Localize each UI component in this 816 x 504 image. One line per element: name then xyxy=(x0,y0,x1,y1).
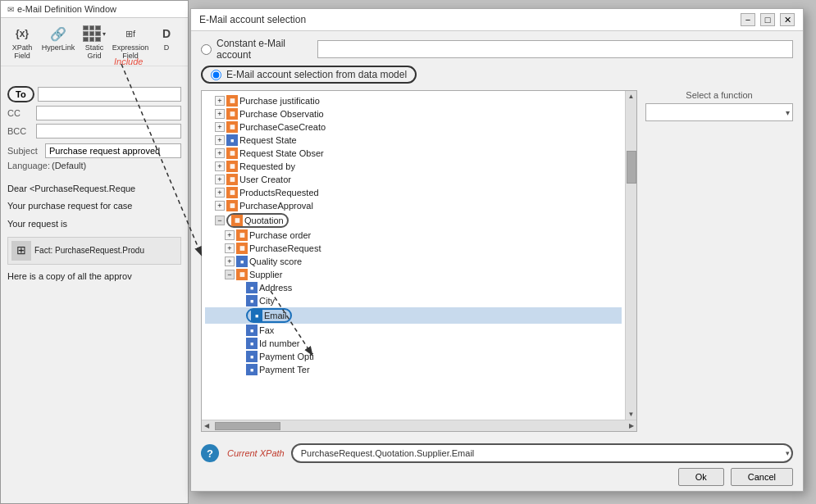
tree-item-email[interactable]: ■ Email xyxy=(205,307,622,324)
expand-quality-score[interactable]: + xyxy=(225,257,235,266)
label-payment-opti: Payment Opti xyxy=(259,352,314,361)
hscroll-left-arrow[interactable]: ◀ xyxy=(202,422,212,429)
field-icon-quality-score: ■ xyxy=(236,256,248,267)
expand-requested-by[interactable]: + xyxy=(215,161,225,171)
tree-item-purchase-justificatio[interactable]: + ▦ Purchase justificatio xyxy=(205,94,622,107)
maximize-button[interactable]: □ xyxy=(760,13,775,26)
tree-item-request-state-obser[interactable]: + ▦ Request State Obser xyxy=(205,147,622,160)
xpath-row: Current XPath PurchaseRequest.Quotation.… xyxy=(227,443,793,463)
expand-purchase-observatio[interactable]: + xyxy=(215,109,225,119)
tree-item-quotation[interactable]: − ▦ Quotation xyxy=(205,212,622,229)
cc-label: CC xyxy=(7,108,36,118)
tree-item-quality-score[interactable]: + ■ Quality score xyxy=(205,255,622,268)
cc-input[interactable] xyxy=(36,106,181,120)
xpath-row-outer: ? Current XPath PurchaseRequest.Quotatio… xyxy=(201,443,793,463)
xpath-field-label: XPathField xyxy=(12,44,33,61)
fact-text: Fact: PurchaseRequest.Produ xyxy=(34,244,144,257)
toolbar-d[interactable]: D D xyxy=(152,23,181,52)
include-label: Include xyxy=(114,57,143,66)
expand-supplier[interactable]: − xyxy=(225,270,235,279)
function-select-wrapper: SUM COUNT AVG MAX MIN xyxy=(645,103,793,121)
datamodel-radio[interactable] xyxy=(211,70,221,80)
tree-vscrollbar[interactable]: ▲ ▼ xyxy=(625,91,636,420)
function-panel: Select a function SUM COUNT AVG MAX MIN xyxy=(645,90,793,432)
tree-item-purchase-approval[interactable]: + ▦ PurchaseApproval xyxy=(205,199,622,212)
expand-products-requested[interactable]: + xyxy=(215,188,225,198)
bg-window-titlebar: ✉ e-Mail Definition Window xyxy=(1,1,188,18)
expand-request-state-obser[interactable]: + xyxy=(215,148,225,158)
minimize-button[interactable]: − xyxy=(741,13,755,26)
scroll-thumb[interactable] xyxy=(627,151,636,184)
label-purchase-order: Purchase order xyxy=(249,230,311,240)
expand-purchase-justificatio[interactable]: + xyxy=(215,96,225,106)
constant-radio[interactable] xyxy=(201,44,212,55)
to-input[interactable] xyxy=(38,87,181,102)
cancel-button[interactable]: Cancel xyxy=(731,468,793,486)
group-icon-products-requested: ▦ xyxy=(226,187,238,198)
group-icon-purchase-observatio: ▦ xyxy=(226,108,238,120)
tree-item-purchase-request[interactable]: + ▦ PurchaseRequest xyxy=(205,242,622,255)
function-select[interactable]: SUM COUNT AVG MAX MIN xyxy=(645,103,793,121)
scroll-up-arrow[interactable]: ▲ xyxy=(627,91,636,102)
scroll-down-arrow[interactable]: ▼ xyxy=(627,409,636,420)
tree-item-payment-opti[interactable]: ■ Payment Opti xyxy=(205,350,622,363)
toolbar-static-grid[interactable]: Static Grid xyxy=(80,23,109,61)
tree-item-purchasecase-creato[interactable]: + ▦ PurchaseCaseCreato xyxy=(205,120,622,134)
label-products-requested: ProductsRequested xyxy=(239,188,319,198)
expand-purchasecase-creato[interactable]: + xyxy=(215,122,225,132)
tree-item-id-number[interactable]: ■ Id number xyxy=(205,337,622,350)
toolbar-hyperlink[interactable]: 🔗 HyperLink xyxy=(43,23,73,52)
ok-button[interactable]: Ok xyxy=(678,468,724,486)
tree-item-address[interactable]: ■ Address xyxy=(205,281,622,294)
tree-item-products-requested[interactable]: + ▦ ProductsRequested xyxy=(205,186,622,199)
tree-hscrollbar[interactable]: ◀ ▶ xyxy=(202,420,636,431)
tree-item-fax[interactable]: ■ Fax xyxy=(205,324,622,337)
tree-item-payment-ter[interactable]: ■ Payment Ter xyxy=(205,363,622,376)
tree-item-requested-by[interactable]: + ▦ Requested by xyxy=(205,160,622,173)
expand-purchase-order[interactable]: + xyxy=(225,230,235,240)
field-icon-fax: ■ xyxy=(246,325,258,336)
tree-item-purchase-order[interactable]: + ▦ Purchase order xyxy=(205,229,622,242)
toolbar-expression-field[interactable]: ⊞f ExpressionField xyxy=(116,23,145,61)
dialog-buttons: Ok Cancel xyxy=(201,468,793,486)
label-purchasecase-creato: PurchaseCaseCreato xyxy=(239,122,326,132)
static-grid-label: Static Grid xyxy=(80,44,109,61)
field-icon-payment-opti: ■ xyxy=(246,351,258,362)
toolbar-xpath-field[interactable]: {x} XPathField xyxy=(7,23,37,61)
background-window: ✉ e-Mail Definition Window {x} XPathFiel… xyxy=(0,0,189,504)
label-quality-score: Quality score xyxy=(249,257,302,266)
tree-scroll-area[interactable]: + ▦ Purchase justificatio + ▦ Purchase O… xyxy=(202,91,625,420)
help-icon[interactable]: ? xyxy=(201,444,219,462)
expand-purchase-request[interactable]: + xyxy=(225,243,235,253)
fact-icon: ⊞ xyxy=(11,241,31,261)
tree-item-user-creator[interactable]: + ▦ User Creator xyxy=(205,173,622,186)
expand-request-state[interactable]: + xyxy=(215,135,225,145)
expand-quotation[interactable]: − xyxy=(215,216,225,225)
email-fields-section: To CC BCC Subject Purchase request appro… xyxy=(1,79,188,177)
hscroll-thumb[interactable] xyxy=(215,422,280,430)
tree-item-purchase-observatio[interactable]: + ▦ Purchase Observatio xyxy=(205,107,622,120)
close-button[interactable]: ✕ xyxy=(780,13,795,26)
xpath-dropdown-icon[interactable]: ▾ xyxy=(786,449,790,457)
tree-item-city[interactable]: ■ City xyxy=(205,294,622,307)
field-icon-request-state: ■ xyxy=(226,134,238,146)
subject-input[interactable]: Purchase request approved xyxy=(45,143,181,158)
label-fax: Fax xyxy=(259,325,274,335)
hscroll-right-arrow[interactable]: ▶ xyxy=(627,422,636,429)
label-request-state: Request State xyxy=(239,135,297,145)
tree-item-request-state[interactable]: + ■ Request State xyxy=(205,134,622,147)
datamodel-radio-oval[interactable]: E-Mail account selection from data model xyxy=(201,66,417,84)
to-button[interactable]: To xyxy=(7,86,34,102)
expand-purchase-approval[interactable]: + xyxy=(215,201,225,211)
label-quotation: Quotation xyxy=(244,216,284,225)
body-line-3: Your request is xyxy=(7,217,181,232)
tree-panel: + ▦ Purchase justificatio + ▦ Purchase O… xyxy=(201,90,637,432)
tree-item-supplier[interactable]: − ▦ Supplier xyxy=(205,268,622,281)
subject-row: Subject Purchase request approved xyxy=(7,143,181,158)
label-address: Address xyxy=(259,283,292,293)
expand-user-creator[interactable]: + xyxy=(215,175,225,184)
xpath-input[interactable]: PurchaseRequest.Quotation.Supplier.Email xyxy=(291,443,793,463)
fact-box: ⊞ Fact: PurchaseRequest.Produ xyxy=(7,237,181,265)
constant-email-input[interactable] xyxy=(317,40,793,58)
bcc-input[interactable] xyxy=(36,124,181,138)
